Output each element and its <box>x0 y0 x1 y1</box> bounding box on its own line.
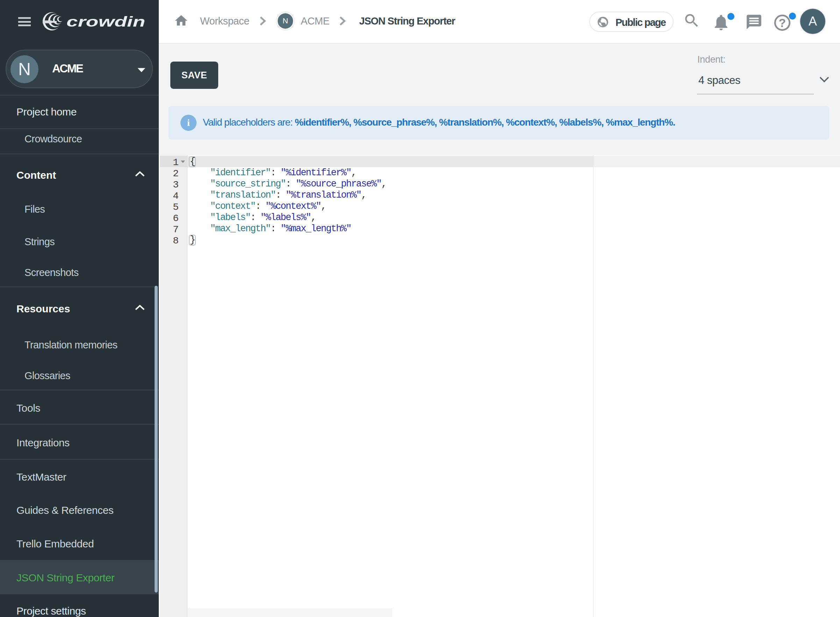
svg-text:?: ? <box>779 16 786 30</box>
svg-text:crowdin: crowdin <box>66 14 145 30</box>
